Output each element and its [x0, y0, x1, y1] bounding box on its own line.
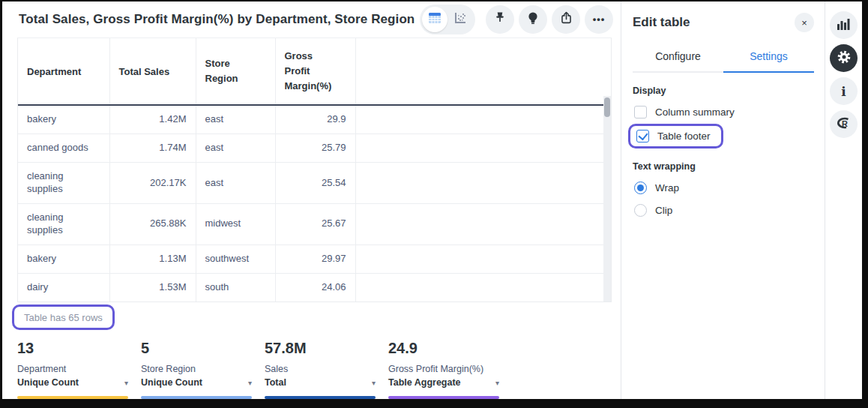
- chevron-down-icon[interactable]: ▾: [495, 379, 499, 387]
- chevron-down-icon[interactable]: ▾: [124, 379, 128, 387]
- table-row: dairy 1.53M south 24.06: [18, 273, 611, 301]
- panel-title: Edit table: [633, 15, 690, 30]
- share-button[interactable]: [552, 5, 580, 34]
- main-area: Total Sales, Gross Profit Margin(%) by D…: [2, 2, 621, 399]
- stat-field-label: Department: [17, 362, 128, 376]
- column-header-store-region[interactable]: Store Region: [196, 38, 275, 105]
- edit-table-panel: Edit table × Configure Settings Display …: [621, 2, 825, 399]
- stat-field-label: Gross Profit Margin(%): [388, 362, 499, 376]
- display-section-heading: Display: [633, 86, 814, 96]
- table-row: bakery 1.42M east 29.9: [18, 105, 611, 134]
- column-header-total-sales[interactable]: Total Sales: [109, 38, 196, 105]
- chart-type-button[interactable]: [830, 11, 858, 39]
- stat-aggregation-label: Unique Count: [141, 376, 202, 390]
- chevron-down-icon[interactable]: ▾: [248, 379, 252, 387]
- table-row: cleaning supplies 265.88K midwest 25.67: [18, 203, 611, 244]
- close-icon: ×: [801, 17, 807, 28]
- pin-button[interactable]: [486, 5, 514, 34]
- panel-tabs: Configure Settings: [633, 43, 814, 73]
- stat-field-label: Sales: [265, 362, 376, 376]
- chart-view-button[interactable]: [447, 7, 473, 32]
- info-icon: i: [841, 84, 846, 99]
- gear-icon: [837, 50, 852, 68]
- scrollbar-thumb[interactable]: [604, 98, 610, 117]
- visualization-header: Total Sales, Gross Profit Margin(%) by D…: [2, 2, 621, 38]
- ellipsis-icon: •••: [593, 14, 606, 25]
- column-summary-label: Column summary: [655, 106, 735, 118]
- scatter-icon: [453, 11, 467, 28]
- wrap-label: Wrap: [655, 182, 679, 194]
- bar-chart-icon: [837, 18, 850, 33]
- table-row: bakery 1.13M southwest 29.97: [18, 244, 611, 273]
- results-table: Department Total Sales Store Region Gros…: [17, 38, 612, 302]
- pin-icon: [492, 10, 507, 28]
- stat-value: 5: [141, 340, 252, 357]
- stat-aggregation-label: Total: [265, 376, 286, 390]
- column-summary-option[interactable]: Column summary: [633, 106, 814, 118]
- clip-label: Clip: [655, 205, 672, 216]
- stat-store-region-unique-count: 5 Store Region Unique Count ▾: [141, 340, 252, 400]
- table-footer-checkbox[interactable]: [636, 130, 649, 142]
- clip-radio[interactable]: [634, 204, 647, 217]
- view-toggle: [420, 4, 475, 34]
- stat-value: 13: [17, 340, 128, 357]
- table-view-button[interactable]: [422, 7, 447, 32]
- close-button[interactable]: ×: [795, 13, 814, 32]
- stat-value: 57.8M: [265, 340, 376, 357]
- stat-value: 24.9: [388, 340, 499, 357]
- settings-button[interactable]: [830, 44, 858, 72]
- stat-underline: [265, 396, 376, 399]
- table-footer-annotation: Table has 65 rows: [12, 304, 115, 330]
- stat-underline: [388, 396, 499, 399]
- summary-stats-row: 13 Department Unique Count ▾ 5 Store Reg…: [17, 340, 621, 400]
- insights-button[interactable]: [519, 5, 547, 34]
- stat-department-unique-count: 13 Department Unique Count ▾: [17, 340, 128, 400]
- stat-sales-total: 57.8M Sales Total ▾: [265, 340, 376, 400]
- share-icon: [559, 10, 573, 28]
- info-button[interactable]: i: [830, 77, 858, 105]
- stat-underline: [141, 396, 252, 399]
- stat-gross-profit-margin-aggregate: 24.9 Gross Profit Margin(%) Table Aggreg…: [388, 340, 499, 400]
- wrap-option[interactable]: Wrap: [633, 182, 814, 194]
- tab-configure[interactable]: Configure: [633, 43, 723, 73]
- table-footer-label: Table footer: [657, 130, 711, 142]
- stat-underline: [17, 396, 128, 399]
- table-row: canned goods 1.74M east 25.79: [18, 134, 611, 163]
- svg-text:R: R: [842, 119, 848, 128]
- screenshot-frame: Total Sales, Gross Profit Margin(%) by D…: [0, 0, 868, 408]
- table-icon: [428, 12, 441, 27]
- column-summary-checkbox[interactable]: [634, 106, 647, 118]
- chevron-down-icon[interactable]: ▾: [372, 379, 376, 387]
- table-footer-annotation-box: Table footer: [628, 124, 723, 148]
- stat-aggregation-label: Unique Count: [17, 376, 79, 390]
- lightbulb-icon: [526, 10, 540, 28]
- table-scrollbar[interactable]: [603, 96, 611, 302]
- r-code-button[interactable]: R: [830, 110, 858, 138]
- page-title: Total Sales, Gross Profit Margin(%) by D…: [19, 12, 420, 27]
- tab-settings[interactable]: Settings: [723, 43, 814, 73]
- table-footer-option[interactable]: Table footer: [636, 130, 711, 142]
- stat-field-label: Store Region: [141, 362, 252, 376]
- wrap-radio[interactable]: [634, 182, 647, 194]
- clip-option[interactable]: Clip: [633, 204, 814, 217]
- more-options-button[interactable]: •••: [585, 5, 613, 34]
- toolbar: •••: [420, 4, 613, 34]
- table-row: cleaning supplies 202.17K east 25.54: [18, 163, 611, 204]
- column-header-department[interactable]: Department: [18, 38, 109, 105]
- side-icon-strip: i R: [825, 2, 862, 399]
- text-wrapping-section-heading: Text wrapping: [633, 161, 814, 172]
- column-header-empty: [355, 38, 611, 105]
- table-header-row: Department Total Sales Store Region Gros…: [18, 38, 611, 105]
- table-footer-text: Table has 65 rows: [24, 312, 103, 323]
- app-window: Total Sales, Gross Profit Margin(%) by D…: [2, 2, 862, 399]
- column-header-gross-profit-margin[interactable]: Gross Profit Margin(%): [275, 38, 355, 105]
- stat-aggregation-label: Table Aggregate: [388, 376, 461, 390]
- r-logo-icon: R: [836, 116, 852, 133]
